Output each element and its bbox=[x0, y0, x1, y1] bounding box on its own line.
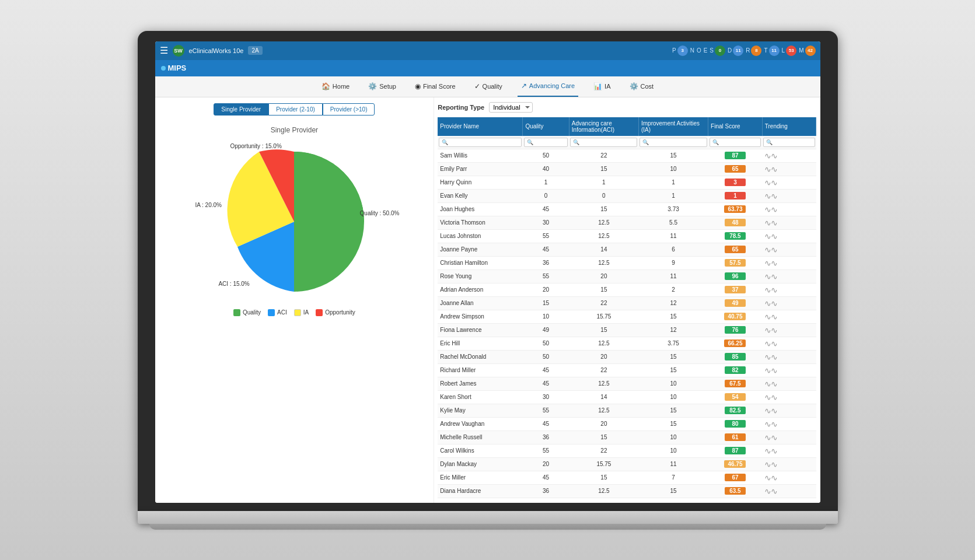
score-badge: 66.25 bbox=[724, 340, 746, 347]
cell-aci: 22 bbox=[569, 296, 638, 310]
nav-item-ia[interactable]: 📊IA bbox=[590, 76, 614, 97]
cell-score: 80 bbox=[708, 417, 763, 430]
reporting-type-select[interactable]: Individual Group bbox=[489, 102, 533, 113]
cell-quality: 55 bbox=[523, 270, 569, 283]
cell-ia: 15 bbox=[638, 310, 708, 323]
nav-badge-O[interactable]: O bbox=[697, 47, 701, 54]
cell-aci: 12.5 bbox=[569, 337, 638, 350]
search-aci[interactable] bbox=[570, 138, 637, 147]
cell-score: 82 bbox=[708, 363, 763, 377]
nav-item-advancing-care[interactable]: ↗Advancing Care bbox=[518, 76, 578, 97]
cell-ia: 10 bbox=[638, 377, 708, 390]
legend: Quality ACI IA bbox=[233, 309, 355, 316]
score-badge: 76 bbox=[725, 326, 746, 334]
provider-tab-provider-2-10[interactable]: Provider (2-10) bbox=[268, 103, 323, 116]
cell-aci: 20 bbox=[569, 350, 638, 363]
nav-item-final-score[interactable]: ◉Final Score bbox=[411, 76, 459, 97]
provider-tab-single[interactable]: Single Provider bbox=[214, 103, 268, 116]
trending-icon: ∿∿ bbox=[764, 366, 777, 375]
cell-score: 3 bbox=[708, 176, 763, 189]
legend-label-quality: Quality bbox=[243, 309, 261, 316]
cell-ia: 6 bbox=[638, 243, 708, 256]
nav-item-cost[interactable]: ⚙️Cost bbox=[626, 76, 658, 97]
cell-trending: ∿∿ bbox=[762, 484, 816, 498]
search-final-score[interactable] bbox=[710, 138, 761, 147]
cell-aci: 15 bbox=[569, 283, 638, 296]
col-trending: Trending bbox=[762, 117, 816, 136]
cell-name: Carol Wilkins bbox=[438, 444, 523, 457]
nav-icon-final-score: ◉ bbox=[415, 82, 421, 90]
cell-trending: ∿∿ bbox=[762, 229, 816, 243]
nav-badge-S[interactable]: S0 bbox=[710, 46, 725, 56]
nav-badge-R[interactable]: R8 bbox=[746, 46, 761, 56]
cell-quality: 1 bbox=[523, 176, 569, 189]
score-badge: 63.5 bbox=[725, 487, 746, 495]
pie-chart: Quality : 50.0% IA : 20.0% ACI : 15.0% O… bbox=[212, 140, 376, 303]
score-badge: 40.75 bbox=[724, 313, 746, 320]
trending-icon: ∿∿ bbox=[764, 473, 777, 482]
table-row: Kylie May 55 12.5 15 82.5 ∿∿ bbox=[438, 404, 816, 417]
cell-ia: 15 bbox=[638, 417, 708, 430]
left-panel: Single ProviderProvider (2-10)Provider (… bbox=[155, 97, 435, 503]
legend-color-quality bbox=[233, 309, 240, 316]
col-quality: Quality bbox=[523, 117, 569, 136]
chart-title: Single Provider bbox=[271, 126, 318, 134]
nav-item-home[interactable]: 🏠Home bbox=[318, 76, 353, 97]
trending-icon: ∿∿ bbox=[764, 218, 777, 228]
cell-quality: 0 bbox=[523, 189, 569, 202]
score-badge: 67.5 bbox=[725, 380, 746, 387]
table-row: Dylan Mackay 20 15.75 11 46.75 ∿∿ bbox=[438, 457, 816, 471]
hamburger-icon[interactable]: ☰ bbox=[160, 45, 168, 56]
user-icon[interactable]: 2A bbox=[248, 46, 262, 55]
cell-ia: 10 bbox=[638, 430, 708, 444]
laptop-base-bottom bbox=[149, 524, 826, 530]
provider-tab-provider-gt10[interactable]: Provider (>10) bbox=[323, 103, 375, 116]
trending-icon: ∿∿ bbox=[764, 352, 777, 362]
topbar-right: P3NOES0D11R8T11L53M42 bbox=[672, 46, 816, 56]
search-provider-name[interactable] bbox=[439, 138, 522, 147]
cell-name: Andrew Simpson bbox=[438, 310, 523, 323]
cell-score: 78.5 bbox=[708, 229, 763, 243]
cell-name: Rose Young bbox=[438, 270, 523, 283]
cell-trending: ∿∿ bbox=[762, 457, 816, 471]
table-header-row: Provider Name Quality Advancing care Inf… bbox=[438, 117, 816, 136]
nav-icon-ia: 📊 bbox=[593, 82, 602, 90]
nav-badge-L[interactable]: L53 bbox=[782, 46, 797, 56]
cell-quality: 30 bbox=[523, 390, 569, 404]
cell-name: Sam Willis bbox=[438, 149, 523, 162]
cell-name: Lucas Johnston bbox=[438, 229, 523, 243]
nav-badge-E[interactable]: E bbox=[704, 47, 708, 54]
score-badge: 48 bbox=[725, 219, 746, 226]
cell-aci: 15.75 bbox=[569, 310, 638, 323]
cell-ia: 2 bbox=[638, 283, 708, 296]
nav-count-T: 11 bbox=[769, 46, 780, 56]
legend-color-ia bbox=[294, 309, 301, 316]
nav-icon-home: 🏠 bbox=[321, 82, 330, 90]
main-nav: 🏠Home⚙️Setup◉Final Score✓Quality↗Advanci… bbox=[155, 76, 820, 97]
search-trending[interactable] bbox=[763, 138, 815, 147]
cell-trending: ∿∿ bbox=[762, 390, 816, 404]
nav-badge-D[interactable]: D11 bbox=[728, 46, 743, 56]
laptop-base bbox=[138, 511, 838, 524]
legend-quality: Quality bbox=[233, 309, 261, 316]
nav-label-cost: Cost bbox=[641, 83, 654, 90]
search-ia[interactable] bbox=[639, 138, 707, 147]
nav-badge-T[interactable]: T11 bbox=[764, 46, 779, 56]
trending-icon: ∿∿ bbox=[764, 232, 777, 241]
cell-name: Andrew Vaughan bbox=[438, 417, 523, 430]
nav-letter-L: L bbox=[782, 47, 785, 54]
nav-badge-P[interactable]: P3 bbox=[672, 46, 688, 56]
score-badge: 3 bbox=[725, 178, 746, 186]
score-badge: 67 bbox=[725, 474, 746, 481]
nav-badge-N[interactable]: N bbox=[690, 47, 694, 54]
nav-badge-M[interactable]: M42 bbox=[799, 46, 815, 56]
nav-item-setup[interactable]: ⚙️Setup bbox=[365, 76, 400, 97]
pie-quality-path bbox=[294, 152, 364, 292]
nav-icon-cost: ⚙️ bbox=[630, 82, 638, 90]
cell-score: 46.75 bbox=[708, 457, 763, 471]
score-badge: 82.5 bbox=[725, 407, 746, 414]
nav-item-quality[interactable]: ✓Quality bbox=[471, 76, 506, 97]
search-quality[interactable] bbox=[524, 138, 568, 147]
nav-label-final-score: Final Score bbox=[423, 83, 456, 90]
cell-ia: 15 bbox=[638, 404, 708, 417]
